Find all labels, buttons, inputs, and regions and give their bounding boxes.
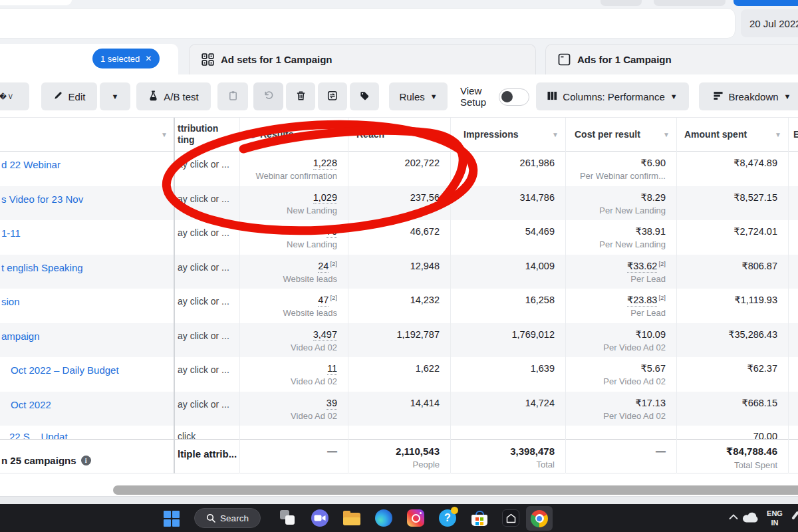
campaign-name-link[interactable]: ampaign bbox=[1, 331, 40, 342]
tab-ads[interactable]: Ads for 1 Campaign bbox=[545, 44, 798, 74]
selected-count-label: 1 selected bbox=[100, 54, 140, 64]
windows-start-icon[interactable] bbox=[164, 511, 181, 528]
campaign-name-link[interactable]: 1-11 bbox=[1, 227, 21, 239]
header-ends[interactable]: E bbox=[788, 118, 798, 151]
delete-button[interactable] bbox=[286, 82, 315, 110]
table-row-partial[interactable]: 22 S... Updat... click 70.00 bbox=[0, 426, 798, 439]
reach-value: 202,722 bbox=[405, 158, 440, 168]
campaign-name-link[interactable]: Oct 2022 – Daily Budget bbox=[11, 364, 119, 376]
tag-button[interactable] bbox=[350, 82, 379, 110]
results-value: 70 bbox=[327, 226, 337, 238]
top-partial-button-2[interactable] bbox=[654, 0, 726, 6]
table-row[interactable]: Oct 2022 – Daily Budget ay click or ... … bbox=[0, 357, 798, 392]
campaign-name-link[interactable]: d 22 Webinar bbox=[1, 159, 61, 170]
table-row[interactable]: Oct 2022 ay click or ... 39 Video Ad 02 … bbox=[0, 392, 798, 426]
date-range-picker[interactable]: 20 Jul 2022 bbox=[741, 9, 798, 37]
impressions-value: 14,009 bbox=[525, 261, 555, 271]
cost-per-result-note: Per Lead bbox=[565, 308, 666, 318]
onedrive-cloud-icon[interactable] bbox=[742, 512, 760, 523]
duplicate-button[interactable] bbox=[217, 82, 248, 110]
rules-dropdown[interactable]: Rules ▼ bbox=[389, 82, 448, 110]
cost-per-result-value: ₹23.83 bbox=[627, 295, 658, 307]
cost-per-result-note: Per Lead bbox=[565, 274, 666, 284]
header-attribution-setting[interactable]: ttributionting bbox=[174, 118, 239, 151]
campaign-name-link[interactable]: sion bbox=[1, 296, 20, 307]
impressions-total: 3,398,478 bbox=[450, 446, 555, 457]
toggle-knob bbox=[501, 91, 513, 102]
table-row[interactable]: d 22 Webinar ay click or ... 1,228 Webin… bbox=[0, 152, 798, 186]
view-setup-toggle[interactable] bbox=[499, 88, 529, 106]
header-reach[interactable]: Reach▼ bbox=[348, 118, 450, 151]
header-results[interactable]: Results ▼ bbox=[239, 118, 348, 151]
ab-test-button[interactable]: A/B test bbox=[136, 82, 211, 110]
tab-ad-sets[interactable]: Ad sets for 1 Campaign bbox=[189, 44, 536, 74]
top-partial-button-primary[interactable] bbox=[733, 0, 798, 6]
attribution-value: ay click or ... bbox=[178, 194, 229, 204]
home-app-icon[interactable] bbox=[502, 509, 519, 527]
tab-campaigns[interactable]: 1 selected ✕ bbox=[0, 44, 178, 74]
taskbar-search[interactable]: Search bbox=[194, 508, 261, 528]
cost-per-result-note: Per Video Ad 02 bbox=[565, 376, 666, 386]
results-value: 1,228 bbox=[313, 158, 337, 170]
table-row[interactable]: ampaign ay click or ... 3,497 Video Ad 0… bbox=[0, 323, 798, 358]
chevron-down-icon: ▼ bbox=[784, 92, 791, 100]
file-explorer-icon[interactable] bbox=[343, 511, 360, 528]
header-campaign-name[interactable]: ▼ bbox=[0, 118, 174, 151]
table-row[interactable]: 1-11 ay click or ... 70 New Landing 46,6… bbox=[0, 220, 798, 255]
chrome-icon[interactable] bbox=[531, 510, 548, 527]
get-help-icon[interactable] bbox=[439, 509, 456, 527]
more-actions-dropdown[interactable]: �Ｖ bbox=[0, 82, 29, 110]
breakdown-dropdown[interactable]: Breakdown ▼ bbox=[699, 82, 798, 110]
tray-partial-icon[interactable] bbox=[791, 511, 798, 519]
top-partial-button-1[interactable] bbox=[600, 0, 642, 6]
language-indicator[interactable]: ENGIN bbox=[763, 509, 786, 527]
undo-button[interactable] bbox=[253, 82, 283, 110]
results-value: 39 bbox=[327, 398, 337, 410]
cost-per-result-note: Per New Landing bbox=[565, 239, 666, 249]
horizontal-scrollbar[interactable] bbox=[113, 485, 798, 495]
video-chat-app-icon[interactable] bbox=[311, 509, 329, 527]
table-row[interactable]: sion ay click or ... 47[2] Website leads… bbox=[0, 289, 798, 323]
sort-caret-icon[interactable]: ▼ bbox=[552, 131, 559, 138]
chevron-down-icon: �Ｖ bbox=[0, 92, 14, 102]
campaign-name-link[interactable]: t english Speaking bbox=[1, 262, 83, 273]
clipboard-icon bbox=[228, 90, 238, 103]
campaign-name-link[interactable]: Oct 2022 bbox=[11, 399, 51, 410]
microsoft-store-icon[interactable] bbox=[471, 509, 488, 527]
impressions-value: 261,986 bbox=[520, 158, 555, 168]
results-note: Video Ad 02 bbox=[239, 376, 337, 386]
results-note: Video Ad 02 bbox=[239, 342, 337, 352]
undo-icon bbox=[263, 90, 274, 102]
chevron-down-icon: ▼ bbox=[112, 92, 119, 100]
edge-browser-icon[interactable] bbox=[375, 509, 392, 527]
header-impressions[interactable]: Impressions▼ bbox=[450, 118, 565, 151]
reach-value: 1,192,787 bbox=[396, 329, 440, 340]
sort-caret-icon[interactable]: ▼ bbox=[334, 131, 341, 138]
table-row[interactable]: s Video for 23 Nov ay click or ... 1,029… bbox=[0, 186, 798, 221]
sort-caret-icon[interactable]: ▼ bbox=[775, 131, 781, 138]
header-cost-per-result[interactable]: Cost per result▼ bbox=[565, 118, 676, 151]
instagram-icon[interactable] bbox=[407, 509, 424, 527]
info-icon[interactable] bbox=[81, 456, 91, 466]
taskbar-chevron-up-icon[interactable] bbox=[729, 513, 738, 520]
attribution-value: ay click or ... bbox=[178, 399, 229, 410]
campaign-name-link[interactable]: s Video for 23 Nov bbox=[1, 194, 83, 205]
edit-dropdown[interactable]: ▼ bbox=[100, 82, 130, 110]
campaign-name-link[interactable]: 22 S... Updat... bbox=[9, 431, 76, 439]
header-amount-spent[interactable]: Amount spent▼ bbox=[676, 118, 788, 151]
sort-caret-icon[interactable]: ▼ bbox=[663, 131, 670, 138]
chrome-active-tile[interactable] bbox=[526, 506, 553, 531]
table-row[interactable]: t english Speaking ay click or ... 24[2]… bbox=[0, 255, 798, 289]
search-filter-bar[interactable] bbox=[0, 8, 735, 39]
columns-dropdown[interactable]: Columns: Performance ▼ bbox=[536, 82, 689, 110]
amount-spent-value: ₹668.15 bbox=[741, 398, 777, 408]
close-icon[interactable]: ✕ bbox=[145, 54, 152, 63]
swap-button[interactable] bbox=[318, 82, 347, 110]
sort-caret-icon[interactable]: ▼ bbox=[161, 131, 168, 138]
selected-count-pill[interactable]: 1 selected ✕ bbox=[92, 49, 160, 68]
sort-caret-icon[interactable]: ▼ bbox=[437, 131, 444, 138]
edit-button[interactable]: Edit bbox=[41, 82, 97, 110]
impressions-value: 1,769,012 bbox=[511, 329, 555, 340]
task-view-icon[interactable] bbox=[279, 509, 297, 527]
attribution-value: ay click or ... bbox=[178, 364, 229, 375]
